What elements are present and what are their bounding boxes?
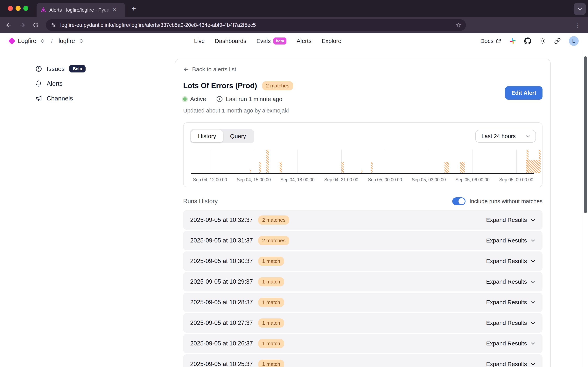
run-timestamp: 2025-09-05 at 10:30:37 [190,258,253,265]
sidebar-item-alerts[interactable]: Alerts [0,76,171,91]
window-zoom-button[interactable] [23,6,28,11]
updated-info: Updated about 1 month ago by alexmojaki [183,108,543,114]
expand-results-button[interactable]: Expand Results [486,320,536,326]
reload-icon[interactable] [33,22,39,28]
chart-tick-label: Sep 04, 12:00:00 [193,177,227,183]
org-selector-chevrons-icon[interactable] [41,38,44,43]
app-header: Logfire / logfire Live Dashboards Evalsb… [0,33,588,49]
run-matches-badge: 1 match [258,257,284,266]
main-nav: Live Dashboards Evalsbeta Alerts Explore [194,37,341,44]
expand-results-button[interactable]: Expand Results [486,217,536,223]
sidebar-item-channels[interactable]: Channels [0,91,171,106]
project-selector-chevrons-icon[interactable] [79,38,83,43]
forward-icon[interactable] [19,22,26,28]
chart-tick-label: Sep 04, 18:00:00 [280,177,315,183]
chart-tick-label: Sep 04, 21:00:00 [324,177,358,183]
arrow-left-icon [183,67,189,72]
bell-icon [35,80,42,87]
play-circle-icon [216,96,223,102]
sidebar: Issues Beta Alerts Channels [0,49,171,106]
chart-tick-label: Sep 05, 00:00:00 [368,177,402,183]
nav-evals[interactable]: Evalsbeta [256,37,287,44]
slack-icon[interactable] [510,38,516,44]
chart-gridline [254,150,254,173]
alert-detail-card: Back to alerts list Lots Of Errors (Prod… [175,59,551,367]
run-timestamp: 2025-09-05 at 10:31:37 [190,237,253,244]
back-to-alerts-link[interactable]: Back to alerts list [183,66,543,73]
expand-results-button[interactable]: Expand Results [486,258,536,264]
back-icon[interactable] [5,22,12,28]
history-chart-plot [191,150,534,174]
url-bar[interactable]: logfire-eu.pydantic.info/logfire/logfire… [46,19,466,31]
run-timestamp: 2025-09-05 at 10:26:37 [190,340,253,347]
run-matches-badge: 2 matches [258,216,289,225]
edit-alert-button[interactable]: Edit Alert [505,86,543,100]
run-row: 2025-09-05 at 10:28:37 1 match Expand Re… [183,292,543,312]
chart-bar [361,171,362,173]
run-timestamp: 2025-09-05 at 10:29:37 [190,278,253,285]
chart-bar [539,150,541,173]
include-runs-toggle[interactable] [452,197,466,205]
run-timestamp: 2025-09-05 at 10:27:37 [190,319,253,326]
tab-close-icon[interactable]: ✕ [112,7,117,13]
docs-link[interactable]: Docs [480,38,501,44]
theme-sun-icon[interactable] [539,38,546,44]
alert-matches-badge: 2 matches [262,81,293,90]
expand-results-button[interactable]: Expand Results [486,361,536,367]
nav-explore[interactable]: Explore [322,38,341,44]
run-matches-badge: 1 match [258,318,284,328]
time-range-select[interactable]: Last 24 hours [475,130,536,143]
tab-title: Alerts · logfire/logfire · Pydan [49,7,111,13]
chart-bar [371,162,373,173]
tab-search-button[interactable] [574,3,586,15]
page-scrollbar-thumb[interactable] [584,56,587,213]
user-avatar[interactable]: L [569,36,579,46]
megaphone-icon [35,95,42,102]
chart-bar [526,160,539,173]
expand-results-button[interactable]: Expand Results [486,237,536,244]
alert-status: Active [183,96,206,102]
issues-icon [35,66,42,72]
runs-history-heading: Runs History [183,198,218,205]
project-selector[interactable]: logfire [59,37,75,44]
site-settings-icon[interactable] [51,22,56,28]
breadcrumb-separator: / [51,38,53,44]
nav-alerts[interactable]: Alerts [297,38,312,44]
github-icon[interactable] [524,37,531,44]
share-link-icon[interactable] [554,38,561,44]
header-actions: Docs L [480,36,579,46]
run-matches-badge: 1 match [258,339,284,348]
history-query-tabs: History Query [190,129,254,143]
nav-dashboards[interactable]: Dashboards [215,38,246,44]
run-matches-badge: 1 match [258,360,284,367]
chart-tick-label: Sep 05, 06:00:00 [455,177,489,183]
expand-results-button[interactable]: Expand Results [486,299,536,306]
chart-bar [266,150,269,173]
chart-bar [460,162,465,173]
org-selector[interactable]: Logfire [18,37,36,44]
issues-beta-badge: Beta [69,65,85,73]
window-close-button[interactable] [8,6,13,11]
page-scrollbar-track[interactable] [583,49,588,367]
expand-results-button[interactable]: Expand Results [486,278,536,285]
sidebar-item-issues[interactable]: Issues Beta [0,61,171,76]
nav-live[interactable]: Live [194,38,205,44]
tab-history[interactable]: History [191,130,223,142]
browser-menu-icon[interactable]: ⋮ [575,21,583,29]
browser-toolbar: logfire-eu.pydantic.info/logfire/logfire… [0,17,588,33]
window-minimize-button[interactable] [16,6,21,11]
run-row: 2025-09-05 at 10:30:37 1 match Expand Re… [183,251,543,271]
url-text[interactable]: logfire-eu.pydantic.info/logfire/logfire… [60,22,256,28]
run-matches-badge: 2 matches [258,236,289,245]
tab-query[interactable]: Query [223,130,253,142]
new-tab-button[interactable]: + [131,4,136,13]
chart-bar [444,162,449,173]
chart-tick-label: Sep 05, 09:00:00 [499,177,533,183]
run-matches-badge: 1 match [258,298,284,307]
browser-tab[interactable]: Alerts · logfire/logfire · Pydan ✕ [37,3,125,17]
runs-list: 2025-09-05 at 10:32:37 2 matches Expand … [183,210,543,367]
chart-tick-label: Sep 05, 03:00:00 [412,177,446,183]
bookmark-star-icon[interactable]: ☆ [456,21,461,29]
chart-gridline [472,150,473,173]
expand-results-button[interactable]: Expand Results [486,340,536,347]
